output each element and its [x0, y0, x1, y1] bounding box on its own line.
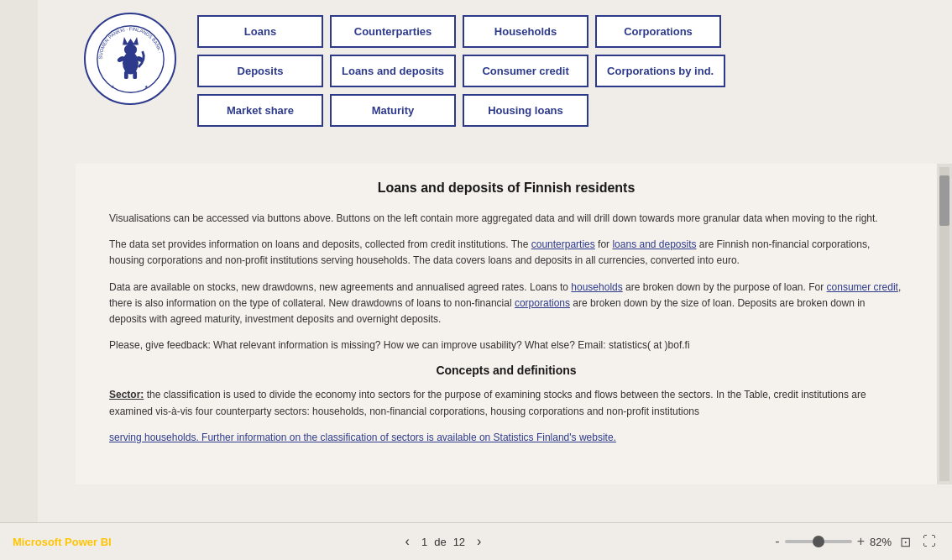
- zoom-level: 82%: [870, 536, 892, 548]
- households-button[interactable]: Households: [463, 15, 588, 48]
- housing-loans-button[interactable]: Housing loans: [463, 94, 588, 127]
- households-link[interactable]: households: [571, 281, 622, 293]
- consumer-credit-link[interactable]: consumer credit: [827, 281, 898, 293]
- loans-button[interactable]: Loans: [197, 15, 323, 48]
- svg-point-3: [123, 52, 139, 74]
- left-panel: [0, 0, 38, 522]
- zoom-slider-thumb: [813, 536, 824, 547]
- counterparties-button[interactable]: Counterparties: [330, 15, 456, 48]
- logo-container: SUOMEN PANKKI · FINLANDS BANK · ★ ★: [84, 13, 176, 105]
- market-share-button[interactable]: Market share: [197, 94, 323, 127]
- page-body: SUOMEN PANKKI · FINLANDS BANK · ★ ★ Loan…: [38, 0, 952, 522]
- scrollbar-track[interactable]: [939, 167, 949, 481]
- corporations-button[interactable]: Corporations: [595, 15, 721, 48]
- sector-definition: Sector: the classification is used to di…: [109, 387, 903, 419]
- prev-page-button[interactable]: ‹: [400, 532, 415, 551]
- text-content: Loans and deposits of Finnish residents …: [76, 164, 937, 484]
- zoom-out-button[interactable]: -: [775, 534, 779, 549]
- page-total: 12: [453, 536, 465, 548]
- maturity-button[interactable]: Maturity: [330, 94, 456, 127]
- buttons-section: Loans Counterparties Households Corporat…: [197, 15, 935, 133]
- fit-page-button[interactable]: ⊡: [897, 532, 914, 552]
- zoom-controls: - + 82% ⊡ ⛶: [775, 532, 939, 552]
- counterparties-link[interactable]: counterparties: [531, 238, 595, 250]
- next-page-button[interactable]: ›: [472, 532, 486, 551]
- sector-continuation: serving households. Further information …: [109, 430, 903, 446]
- logo-circle: SUOMEN PANKKI · FINLANDS BANK · ★ ★: [84, 13, 176, 105]
- buttons-row-3: Market share Maturity Housing loans: [197, 94, 935, 127]
- loans-deposits-link[interactable]: loans and deposits: [612, 238, 696, 250]
- sector-label: Sector:: [109, 389, 144, 400]
- logo-image: SUOMEN PANKKI · FINLANDS BANK · ★ ★: [92, 21, 168, 97]
- svg-rect-7: [133, 71, 137, 78]
- main-title: Loans and deposits of Finnish residents: [109, 181, 903, 196]
- svg-marker-1: [123, 37, 139, 44]
- sector-text: the classification is used to divide the…: [109, 389, 866, 416]
- concepts-title: Concepts and definitions: [109, 364, 903, 377]
- corporations-ind-button[interactable]: Corporations by ind.: [595, 55, 725, 87]
- bottom-bar: Microsoft Power BI ‹ 1 de 12 › - + 82% ⊡…: [0, 522, 952, 560]
- buttons-row-1: Loans Counterparties Households Corporat…: [197, 15, 935, 48]
- page-navigation: ‹ 1 de 12 ›: [400, 532, 487, 551]
- scrollbar-thumb[interactable]: [939, 175, 949, 226]
- loans-deposits-button[interactable]: Loans and deposits: [330, 55, 456, 87]
- scrollbar-area: [937, 164, 952, 484]
- powerbi-link[interactable]: Microsoft Power BI: [13, 536, 112, 548]
- buttons-row-2: Deposits Loans and deposits Consumer cre…: [197, 55, 935, 87]
- svg-rect-6: [123, 71, 128, 78]
- page-separator: de: [434, 536, 446, 548]
- zoom-in-button[interactable]: +: [857, 534, 865, 549]
- data-available-paragraph: Data are available on stocks, new drawdo…: [109, 280, 903, 328]
- intro-paragraph: Visualisations can be accessed via butto…: [109, 211, 903, 227]
- deposits-button[interactable]: Deposits: [197, 55, 323, 87]
- fullscreen-button[interactable]: ⛶: [919, 532, 939, 551]
- feedback-paragraph: Please, give feedback: What relevant inf…: [109, 338, 903, 353]
- statistics-finland-link[interactable]: serving households. Further information …: [109, 432, 616, 443]
- dataset-paragraph: The data set provides information on loa…: [109, 237, 903, 269]
- corporations-link[interactable]: corporations: [515, 297, 570, 309]
- consumer-credit-button[interactable]: Consumer credit: [463, 55, 588, 87]
- zoom-slider[interactable]: [785, 540, 852, 543]
- content-panel: Loans and deposits of Finnish residents …: [76, 164, 952, 484]
- page-current: 1: [421, 536, 427, 548]
